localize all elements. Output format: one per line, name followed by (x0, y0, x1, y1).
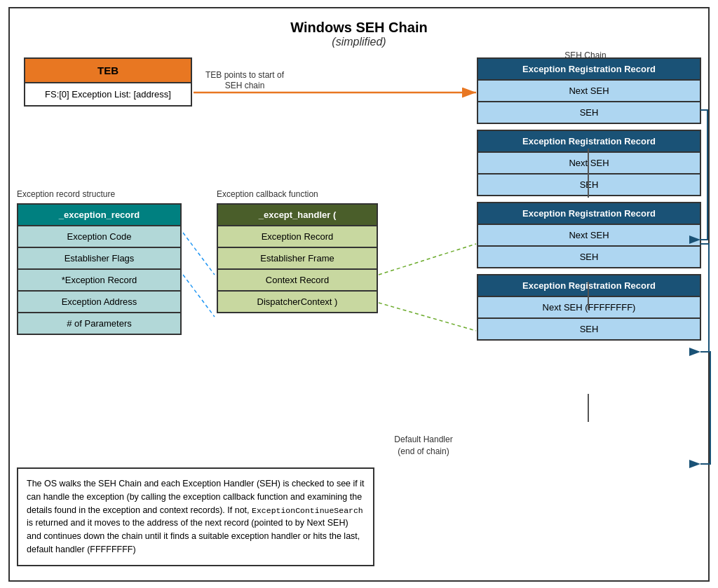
teb-section: TEB FS:[0] Exception List: [address] (24, 57, 192, 107)
exc-record-section-label: Exception record structure (17, 189, 115, 199)
title-sub: (simplified) (21, 36, 697, 48)
svg-line-7 (379, 303, 476, 331)
exc-record-row-1: Establisher Flags (17, 248, 182, 270)
svg-line-5 (183, 275, 215, 317)
bottom-text-box: The OS walks the SEH Chain and each Exce… (17, 467, 374, 566)
exc-callback-row-3: DispatcherContext ) (217, 292, 378, 313)
seh-record-0: Exception Registration Record Next SEH S… (477, 57, 701, 124)
seh-record-0-header: Exception Registration Record (477, 57, 701, 81)
exc-record-row-4: # of Parameters (17, 313, 182, 335)
seh-record-3: Exception Registration Record Next SEH (… (477, 274, 701, 341)
bottom-text: The OS walks the SEH Chain and each Exce… (27, 479, 364, 554)
seh-record-3-header: Exception Registration Record (477, 274, 701, 297)
exc-callback-section: _except_handler ( Exception Record Estab… (217, 203, 378, 313)
seh-record-0-row-0: Next SEH (477, 81, 701, 102)
seh-record-3-row-1: SEH (477, 319, 701, 341)
exc-callback-section-label: Exception callback function (217, 189, 318, 199)
seh-record-3-row-0: Next SEH (FFFFFFFF) (477, 297, 701, 319)
default-handler-label: Default Handler(end of chain) (385, 434, 462, 458)
title-main: Windows SEH Chain (21, 20, 697, 36)
seh-record-1-header: Exception Registration Record (477, 130, 701, 153)
exc-record-row-2: *Exception Record (17, 270, 182, 292)
diagram-container: Windows SEH Chain (simplified) TEB FS:[0… (8, 7, 710, 582)
exc-callback-row-0: Exception Record (217, 226, 378, 248)
teb-arrow-label: TEB points to start of SEH chain (199, 70, 290, 92)
seh-record-2-row-0: Next SEH (477, 225, 701, 247)
svg-line-4 (183, 233, 215, 275)
exc-callback-row-2: Context Record (217, 270, 378, 292)
seh-records-section: Exception Registration Record Next SEH S… (477, 57, 701, 346)
title-block: Windows SEH Chain (simplified) (21, 20, 697, 48)
seh-record-1: Exception Registration Record Next SEH S… (477, 130, 701, 196)
exc-record-section: _exception_record Exception Code Establi… (17, 203, 182, 335)
exc-callback-row-1: Establisher Frame (217, 248, 378, 270)
exc-record-row-3: Exception Address (17, 292, 182, 313)
seh-record-0-row-1: SEH (477, 102, 701, 124)
teb-label: TEB (24, 57, 192, 83)
seh-record-1-row-1: SEH (477, 175, 701, 196)
seh-record-1-row-0: Next SEH (477, 153, 701, 175)
svg-line-6 (379, 244, 476, 275)
exc-callback-header: _except_handler ( (217, 203, 378, 226)
exc-record-header: _exception_record (17, 203, 182, 226)
seh-record-2-header: Exception Registration Record (477, 202, 701, 225)
exc-record-row-0: Exception Code (17, 226, 182, 248)
seh-record-2-row-1: SEH (477, 247, 701, 268)
seh-record-2: Exception Registration Record Next SEH S… (477, 202, 701, 268)
teb-sub-label: FS:[0] Exception List: [address] (24, 83, 192, 107)
